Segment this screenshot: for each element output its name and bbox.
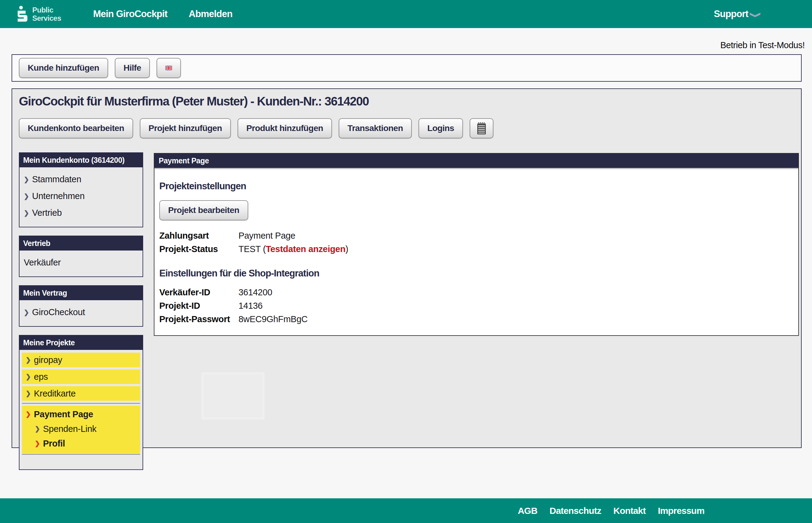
test-mode-banner: Betrieb in Test-Modus! <box>720 40 805 50</box>
notepad-icon <box>476 122 487 135</box>
sidebar-item-label: Vertrieb <box>32 208 62 218</box>
notes-button[interactable] <box>470 118 493 138</box>
sidebar-project-label: Payment Page <box>34 409 93 419</box>
sidebar-box-vertrag-title: Mein Vertrag <box>19 286 143 300</box>
sidebar-item-label: Verkäufer <box>24 257 61 268</box>
help-button[interactable]: Hilfe <box>115 58 150 78</box>
uk-flag-icon <box>165 64 172 73</box>
chevron-down-icon: ❯ <box>750 12 761 18</box>
language-switch-button[interactable] <box>156 58 181 78</box>
field-label: Projekt-Passwort <box>159 314 239 324</box>
sidebar-project-label: Profil <box>43 438 65 449</box>
sidebar-project-giropay[interactable]: ❯ giropay <box>22 353 140 367</box>
sidebar-project-label: Spenden-Link <box>43 424 96 434</box>
top-nav: Mein GiroCockpit Abmelden <box>93 8 232 19</box>
field-value: 3614200 <box>239 287 793 297</box>
field-projekt-id: Projekt-ID 14136 <box>159 301 793 311</box>
sidebar-project-kreditkarte[interactable]: ❯ Kreditkarte <box>22 386 140 401</box>
section-title-projekteinstellungen: Projekteinstellungen <box>159 181 793 192</box>
field-value: Payment Page <box>239 231 793 241</box>
field-zahlungsart: Zahlungsart Payment Page <box>159 231 793 241</box>
add-customer-button[interactable]: Kunde hinzufügen <box>19 58 108 78</box>
chevron-right-icon: ❯ <box>25 356 31 364</box>
action-button-row: Kundenkonto bearbeiten Projekt hinzufüge… <box>19 118 493 138</box>
chevron-right-icon: ❯ <box>25 373 31 380</box>
sidebar-item-stammdaten[interactable]: ❯ Stammdaten <box>19 171 143 188</box>
add-project-button[interactable]: Projekt hinzufügen <box>140 118 231 138</box>
sidebar-item-label: Stammdaten <box>32 174 81 184</box>
divider <box>22 454 140 455</box>
transactions-button[interactable]: Transaktionen <box>339 118 412 138</box>
chevron-right-icon: ❯ <box>24 210 29 217</box>
app-footer: AGB Datenschutz Kontakt Impressum <box>0 498 812 523</box>
sidebar: Mein Kundenkonto (3614200) ❯ Stammdaten … <box>19 152 143 470</box>
support-menu[interactable]: Support ❯ <box>714 8 759 19</box>
sidebar-project-profil[interactable]: ❯ Profil <box>22 436 140 451</box>
sidebar-item-verkaeufer[interactable]: Verkäufer <box>19 254 143 271</box>
sidebar-box-vertrieb-title: Vertrieb <box>19 236 143 251</box>
sidebar-item-girocheckout[interactable]: ❯ GiroCheckout <box>19 304 143 321</box>
toolbar: Kunde hinzufügen Hilfe <box>12 54 801 82</box>
sidebar-box-projekte-title: Meine Projekte <box>19 336 143 350</box>
sidebar-project-spenden-link[interactable]: ❯ Spenden-Link <box>22 421 140 436</box>
field-verkaeufer-id: Verkäufer-ID 3614200 <box>159 287 793 297</box>
sidebar-box-vertrieb: Vertrieb Verkäufer <box>19 236 143 277</box>
add-product-button[interactable]: Produkt hinzufügen <box>238 118 332 138</box>
sidebar-project-eps[interactable]: ❯ eps <box>22 369 140 384</box>
sidebar-project-label: giropay <box>34 355 62 365</box>
chevron-right-icon: ❯ <box>25 411 31 418</box>
sidebar-item-label: Unternehmen <box>32 191 84 201</box>
nav-mein-girocockpit[interactable]: Mein GiroCockpit <box>93 8 168 19</box>
support-label: Support <box>714 8 748 19</box>
ghost-placeholder-box <box>202 373 264 419</box>
page-title: GiroCockpit für Musterfirma (Peter Muste… <box>19 94 369 108</box>
divider <box>22 403 140 404</box>
chevron-right-icon: ❯ <box>35 440 40 447</box>
chevron-right-icon: ❯ <box>35 425 40 432</box>
sidebar-item-unternehmen[interactable]: ❯ Unternehmen <box>19 188 143 204</box>
sidebar-item-vertrieb[interactable]: ❯ Vertrieb <box>19 204 143 221</box>
section-title-shop-integration: Einstellungen für die Shop-Integration <box>159 268 793 279</box>
main-panel: GiroCockpit für Musterfirma (Peter Muste… <box>12 88 801 448</box>
field-projekt-passwort: Projekt-Passwort 8wEC9GhFmBgC <box>159 314 793 324</box>
sparkasse-s-icon <box>16 6 29 22</box>
sidebar-item-label: GiroCheckout <box>32 307 85 317</box>
chevron-right-icon: ❯ <box>24 309 29 316</box>
field-label: Projekt-ID <box>159 301 239 311</box>
field-value: 14136 <box>239 301 793 311</box>
content-panel-title: Payment Page <box>154 154 798 169</box>
field-value: 8wEC9GhFmBgC <box>239 314 793 324</box>
edit-project-button[interactable]: Projekt bearbeiten <box>159 200 248 220</box>
brand-logo: Public Services <box>16 6 61 22</box>
nav-abmelden[interactable]: Abmelden <box>189 8 232 19</box>
status-suffix: ) <box>345 244 348 254</box>
sidebar-project-payment-page[interactable]: ❯ Payment Page <box>22 407 140 421</box>
footer-link-agb[interactable]: AGB <box>518 506 537 516</box>
app-header: Public Services Mein GiroCockpit Abmelde… <box>0 0 812 28</box>
sidebar-box-kundenkonto: Mein Kundenkonto (3614200) ❯ Stammdaten … <box>19 152 143 227</box>
status-prefix: TEST ( <box>239 244 266 254</box>
field-label: Zahlungsart <box>159 231 239 241</box>
field-label: Projekt-Status <box>159 244 239 254</box>
edit-customer-account-button[interactable]: Kundenkonto bearbeiten <box>19 118 133 138</box>
footer-link-impressum[interactable]: Impressum <box>658 506 704 516</box>
sidebar-project-label: Kreditkarte <box>34 389 76 399</box>
chevron-right-icon: ❯ <box>24 193 29 200</box>
footer-links: AGB Datenschutz Kontakt Impressum <box>518 506 704 516</box>
field-projekt-status: Projekt-Status TEST (Testdaten anzeigen) <box>159 244 793 254</box>
sidebar-box-vertrag: Mein Vertrag ❯ GiroCheckout <box>19 285 143 327</box>
sidebar-project-label: eps <box>34 372 48 382</box>
footer-link-datenschutz[interactable]: Datenschutz <box>549 506 601 516</box>
content-panel: Payment Page Projekteinstellungen Projek… <box>154 153 799 336</box>
chevron-right-icon: ❯ <box>24 176 29 183</box>
chevron-right-icon: ❯ <box>25 390 31 397</box>
brand-name: Public Services <box>32 6 61 22</box>
field-label: Verkäufer-ID <box>159 287 239 297</box>
field-value: TEST (Testdaten anzeigen) <box>239 244 793 254</box>
footer-link-kontakt[interactable]: Kontakt <box>613 506 646 516</box>
logins-button[interactable]: Logins <box>418 118 463 138</box>
sidebar-active-project-group: ❯ Payment Page ❯ Spenden-Link ❯ Profil <box>22 405 140 453</box>
sidebar-box-projekte: Meine Projekte ❯ giropay ❯ eps ❯ Kreditk… <box>19 335 143 470</box>
sidebar-box-kundenkonto-title: Mein Kundenkonto (3614200) <box>19 153 143 167</box>
show-testdata-link[interactable]: Testdaten anzeigen <box>266 244 346 254</box>
